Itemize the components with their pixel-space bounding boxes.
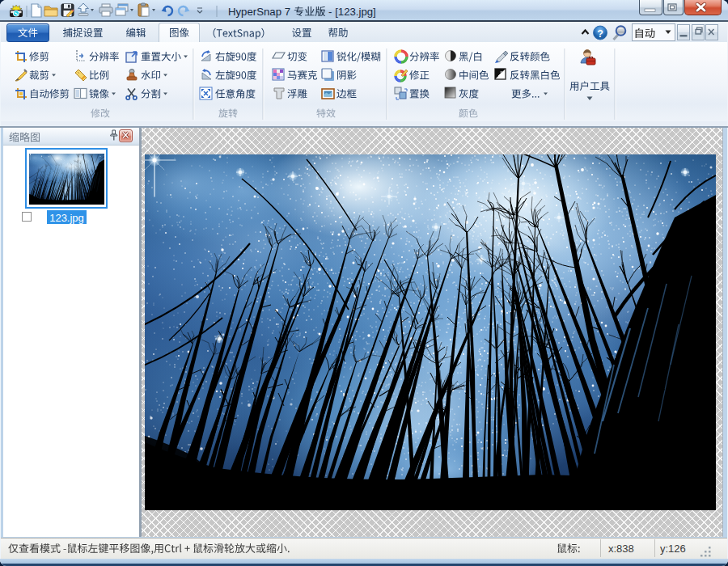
svg-text:123.jpg: 123.jpg (49, 212, 84, 224)
svg-text:?: ? (597, 28, 603, 40)
svg-text:- [123.jpg]: - [123.jpg] (328, 6, 376, 18)
svg-text:HyperSnap 7: HyperSnap 7 (228, 6, 290, 18)
svg-text:x:838: x:838 (608, 543, 634, 555)
svg-text:y:126: y:126 (660, 543, 686, 555)
